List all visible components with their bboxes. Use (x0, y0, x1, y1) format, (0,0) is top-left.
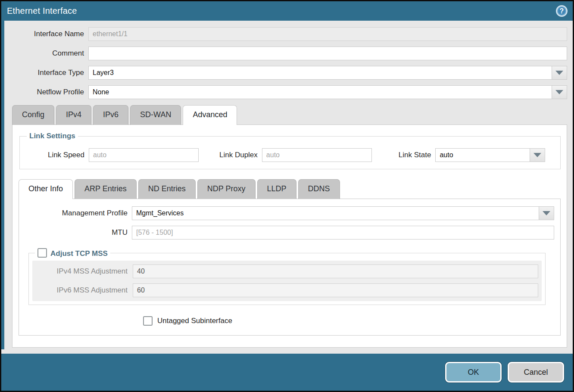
tab-arp-entries[interactable]: ARP Entries (75, 179, 137, 199)
comment-input[interactable] (88, 47, 567, 60)
comment-label: Comment (4, 49, 88, 58)
chevron-down-icon (543, 211, 550, 215)
untagged-subinterface-checkbox[interactable] (143, 316, 153, 326)
management-profile-row: Management Profile (19, 206, 554, 220)
ok-button[interactable]: OK (445, 362, 502, 383)
untagged-subinterface-label: Untagged Subinterface (157, 317, 232, 325)
interface-type-label: Interface Type (4, 68, 88, 77)
tab-ddns[interactable]: DDNS (298, 179, 340, 199)
tab-config[interactable]: Config (12, 105, 54, 125)
advanced-tab-panel: Link Settings Link Speed Link Duplex Lin… (12, 124, 567, 348)
chevron-down-icon (555, 71, 563, 75)
interface-name-row: Interface Name (4, 27, 567, 41)
inner-tab-bar: Other Info ARP Entries ND Entries NDP Pr… (19, 179, 562, 199)
interface-type-value[interactable] (88, 66, 552, 80)
interface-name-label: Interface Name (4, 30, 88, 38)
ipv6-mss-row: IPv6 MSS Adjustment (36, 283, 538, 297)
link-settings-fieldset: Link Settings Link Speed Link Duplex Lin… (19, 132, 561, 169)
mtu-label: MTU (19, 228, 132, 237)
link-speed-input[interactable] (89, 148, 199, 162)
management-profile-label: Management Profile (19, 209, 132, 218)
tab-nd-entries[interactable]: ND Entries (138, 179, 196, 199)
ipv4-mss-input (133, 264, 538, 278)
link-state-label: Link State (399, 151, 436, 159)
link-state-value[interactable] (435, 148, 530, 162)
netflow-profile-dropdown-button[interactable] (552, 85, 567, 99)
management-profile-dropdown[interactable] (132, 206, 554, 220)
netflow-profile-value[interactable] (88, 85, 552, 99)
tab-advanced[interactable]: Advanced (183, 105, 237, 125)
tab-other-info[interactable]: Other Info (19, 179, 73, 199)
interface-name-input (88, 27, 567, 41)
dialog-body: Interface Name Comment Interface Type Ne… (1, 21, 573, 349)
adjust-tcp-mss-checkbox[interactable] (37, 248, 47, 258)
main-tab-bar: Config IPv4 IPv6 SD-WAN Advanced (4, 105, 567, 124)
interface-type-dropdown[interactable] (88, 66, 567, 80)
mtu-input[interactable] (132, 226, 554, 240)
management-profile-dropdown-button[interactable] (539, 206, 554, 220)
netflow-profile-row: Netflow Profile (4, 85, 567, 99)
ethernet-interface-dialog: Ethernet Interface ? Interface Name Comm… (0, 0, 574, 392)
adjust-tcp-mss-legend-text: Adjust TCP MSS (50, 249, 108, 258)
link-state-dropdown[interactable] (435, 148, 545, 162)
tab-lldp[interactable]: LLDP (257, 179, 296, 199)
other-info-panel: Management Profile MTU (19, 199, 561, 336)
tab-sdwan[interactable]: SD-WAN (130, 105, 181, 125)
ipv6-mss-input (133, 283, 538, 297)
tab-ipv4[interactable]: IPv4 (56, 105, 91, 125)
tab-ipv6[interactable]: IPv6 (93, 105, 128, 125)
mtu-row: MTU (19, 226, 554, 240)
chevron-down-icon (533, 153, 541, 157)
dialog-footer: OK Cancel (1, 354, 573, 391)
link-speed-label: Link Speed (24, 151, 89, 159)
ipv6-mss-label: IPv6 MSS Adjustment (36, 286, 133, 295)
ipv4-mss-label: IPv4 MSS Adjustment (36, 267, 133, 276)
dialog-titlebar: Ethernet Interface ? (1, 1, 573, 21)
link-duplex-label: Link Duplex (219, 151, 262, 159)
interface-type-row: Interface Type (4, 66, 567, 80)
ipv4-mss-row: IPv4 MSS Adjustment (36, 264, 538, 278)
adjust-tcp-mss-legend: Adjust TCP MSS (35, 248, 110, 258)
dialog-title: Ethernet Interface (7, 6, 77, 16)
link-state-dropdown-button[interactable] (530, 148, 545, 162)
cancel-button[interactable]: Cancel (508, 362, 564, 383)
netflow-profile-label: Netflow Profile (4, 88, 88, 96)
tab-ndp-proxy[interactable]: NDP Proxy (197, 179, 256, 199)
adjust-tcp-mss-fieldset: Adjust TCP MSS IPv4 MSS Adjustment IPv6 … (28, 248, 546, 305)
comment-row: Comment (4, 47, 567, 60)
management-profile-value[interactable] (132, 206, 539, 220)
chevron-down-icon (555, 90, 563, 94)
untagged-subinterface-row: Untagged Subinterface (143, 316, 554, 326)
interface-type-dropdown-button[interactable] (552, 66, 567, 80)
help-icon[interactable]: ? (556, 5, 568, 17)
link-duplex-input[interactable] (262, 148, 372, 162)
link-settings-legend: Link Settings (27, 132, 78, 140)
netflow-profile-dropdown[interactable] (88, 85, 567, 99)
mss-disabled-box: IPv4 MSS Adjustment IPv6 MSS Adjustment (32, 261, 542, 301)
